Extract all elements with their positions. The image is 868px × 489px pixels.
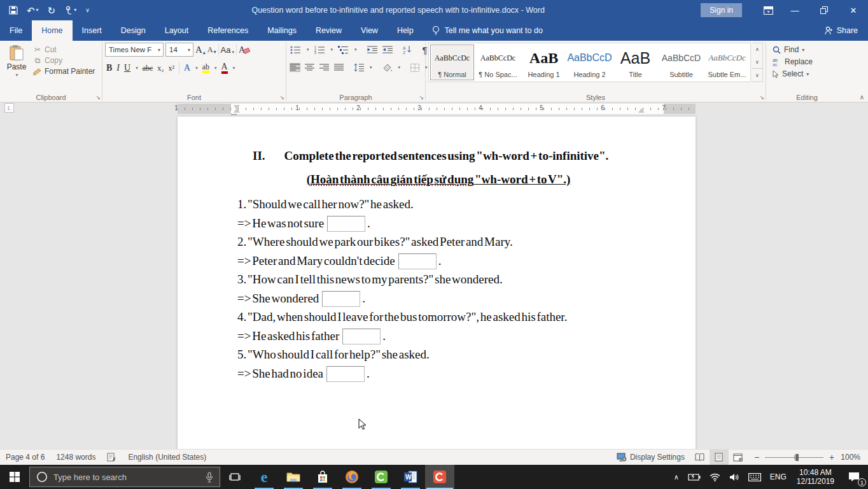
customize-qat-icon[interactable]: ∨ bbox=[85, 8, 90, 13]
select-button[interactable]: Select ▾ bbox=[773, 69, 841, 78]
font-size-chevron-icon[interactable]: ▾ bbox=[185, 47, 193, 53]
text-effects-dropdown-icon[interactable]: ▾ bbox=[195, 66, 198, 71]
taskbar-store-button[interactable] bbox=[308, 465, 337, 489]
bullets-button[interactable] bbox=[290, 46, 301, 54]
tab-view[interactable]: View bbox=[351, 20, 388, 41]
language-button[interactable]: ENG bbox=[766, 465, 791, 489]
superscript-button[interactable]: x² bbox=[169, 64, 175, 73]
decrease-indent-button[interactable] bbox=[367, 46, 377, 53]
italic-button[interactable]: I bbox=[116, 63, 120, 73]
align-center-button[interactable] bbox=[305, 64, 314, 71]
taskbar-camtasia-recorder-button[interactable] bbox=[425, 465, 454, 489]
strikethrough-button[interactable]: abc bbox=[143, 64, 153, 73]
copy-button[interactable]: ⧉Copy bbox=[33, 56, 95, 65]
battery-icon[interactable] bbox=[683, 465, 705, 489]
style-card[interactable]: AaBbCcDc¶ No Spac... bbox=[476, 45, 520, 80]
style-card[interactable]: AaBbCcDc¶ Normal bbox=[430, 45, 474, 80]
display-settings-button[interactable]: Display Settings bbox=[611, 453, 690, 462]
web-layout-button[interactable] bbox=[729, 450, 748, 465]
line-spacing-button[interactable] bbox=[354, 64, 364, 71]
find-button[interactable]: Find ▾ bbox=[773, 45, 841, 54]
redo-icon[interactable]: ↻ bbox=[48, 6, 56, 15]
styles-scroll-up-icon[interactable]: ∧ bbox=[752, 43, 762, 56]
styles-dialog-launcher-icon[interactable]: ↘ bbox=[759, 94, 764, 101]
multilevel-list-button[interactable] bbox=[338, 46, 349, 54]
font-family-chevron-icon[interactable]: ▾ bbox=[155, 47, 163, 53]
touch-mode-icon[interactable]: ▾ bbox=[64, 6, 76, 15]
align-right-button[interactable] bbox=[319, 64, 329, 71]
zoom-percentage[interactable]: 100% bbox=[841, 453, 868, 462]
line-spacing-dropdown-icon[interactable]: ▾ bbox=[370, 65, 372, 70]
touch-keyboard-icon[interactable] bbox=[744, 465, 766, 489]
grow-font-button[interactable]: A▴ bbox=[195, 45, 206, 55]
font-dialog-launcher-icon[interactable]: ↘ bbox=[279, 94, 284, 101]
answer-blank-field[interactable] bbox=[342, 329, 381, 344]
horizontal-ruler[interactable]: 11234567 bbox=[178, 104, 696, 114]
paste-dropdown-icon[interactable]: ▾ bbox=[16, 73, 18, 78]
bullets-dropdown-icon[interactable]: ▾ bbox=[307, 47, 309, 52]
tab-help[interactable]: Help bbox=[388, 20, 423, 41]
language-indicator[interactable]: English (United States) bbox=[122, 453, 212, 462]
tab-review[interactable]: Review bbox=[306, 20, 351, 41]
taskbar-word-button[interactable]: W bbox=[396, 465, 425, 489]
start-button[interactable] bbox=[0, 465, 29, 489]
page-indicator[interactable]: Page 4 of 6 bbox=[0, 453, 50, 462]
share-button[interactable]: Share bbox=[815, 20, 868, 41]
multilevel-dropdown-icon[interactable]: ▾ bbox=[354, 47, 357, 52]
volume-icon[interactable] bbox=[725, 465, 744, 489]
zoom-slider-thumb[interactable] bbox=[795, 454, 799, 461]
subscript-button[interactable]: x₂ bbox=[157, 64, 164, 73]
tab-references[interactable]: References bbox=[198, 20, 258, 41]
taskbar-search-input[interactable]: Type here to search bbox=[29, 467, 220, 487]
tab-layout[interactable]: Layout bbox=[155, 20, 199, 41]
bold-button[interactable]: B bbox=[106, 63, 112, 73]
shrink-font-button[interactable]: A▾ bbox=[207, 45, 216, 55]
clock[interactable]: 10:48 AM 12/11/2019 bbox=[791, 465, 840, 489]
font-color-dropdown-icon[interactable]: ▾ bbox=[233, 66, 235, 71]
undo-icon[interactable]: ↶▾ bbox=[27, 6, 39, 15]
right-indent-marker[interactable] bbox=[638, 108, 645, 113]
font-family-select[interactable]: Times New F ▾ bbox=[105, 43, 164, 57]
justify-button[interactable] bbox=[334, 64, 344, 71]
answer-blank-field[interactable] bbox=[398, 253, 437, 269]
save-icon[interactable] bbox=[9, 6, 18, 15]
underline-dropdown-icon[interactable]: ▾ bbox=[136, 66, 138, 71]
collapse-ribbon-icon[interactable]: ∧ bbox=[860, 94, 864, 101]
wifi-icon[interactable] bbox=[705, 465, 725, 489]
highlight-button[interactable]: ab bbox=[202, 63, 209, 73]
clear-formatting-button[interactable]: A bbox=[239, 45, 250, 55]
shading-dropdown-icon[interactable]: ▾ bbox=[398, 65, 401, 70]
read-mode-button[interactable] bbox=[690, 450, 710, 465]
document-page[interactable]: II.Complete the reported sentences using… bbox=[178, 117, 696, 449]
font-color-button[interactable]: A bbox=[221, 62, 228, 74]
highlight-dropdown-icon[interactable]: ▾ bbox=[214, 66, 217, 71]
undo-dropdown-icon[interactable]: ▾ bbox=[36, 8, 39, 13]
styles-more-icon[interactable]: ∨ bbox=[752, 68, 762, 82]
tab-file[interactable]: File bbox=[0, 20, 32, 41]
tab-design[interactable]: Design bbox=[111, 20, 155, 41]
restore-button[interactable] bbox=[809, 0, 839, 20]
answer-blank-field[interactable] bbox=[326, 366, 365, 382]
zoom-slider[interactable] bbox=[765, 457, 823, 458]
font-size-select[interactable]: 14 ▾ bbox=[165, 43, 193, 57]
paste-button[interactable]: Paste ▾ bbox=[3, 43, 31, 78]
sign-in-button[interactable]: Sign in bbox=[701, 3, 742, 17]
tab-stop-selector[interactable]: L bbox=[4, 103, 14, 113]
style-card[interactable]: AaBHeading 1 bbox=[522, 45, 566, 80]
zoom-in-button[interactable]: + bbox=[829, 452, 834, 462]
task-view-button[interactable] bbox=[220, 465, 249, 489]
taskbar-edge-button[interactable]: e bbox=[249, 465, 279, 489]
tab-mailings[interactable]: Mailings bbox=[258, 20, 306, 41]
styles-scroll-down-icon[interactable]: ∨ bbox=[752, 56, 762, 69]
tab-insert[interactable]: Insert bbox=[73, 20, 111, 41]
change-case-button[interactable]: Aa▾ bbox=[221, 45, 234, 55]
borders-button[interactable] bbox=[410, 64, 419, 72]
taskbar-file-explorer-button[interactable] bbox=[279, 465, 308, 489]
word-count[interactable]: 1248 words bbox=[50, 453, 101, 462]
touch-mode-dropdown-icon[interactable]: ▾ bbox=[74, 8, 76, 13]
hanging-indent-marker[interactable] bbox=[234, 108, 240, 113]
align-left-button[interactable] bbox=[290, 64, 300, 71]
format-painter-button[interactable]: Format Painter bbox=[33, 67, 95, 76]
answer-blank-field[interactable] bbox=[327, 216, 365, 232]
cut-button[interactable]: ✂Cut bbox=[33, 45, 95, 54]
